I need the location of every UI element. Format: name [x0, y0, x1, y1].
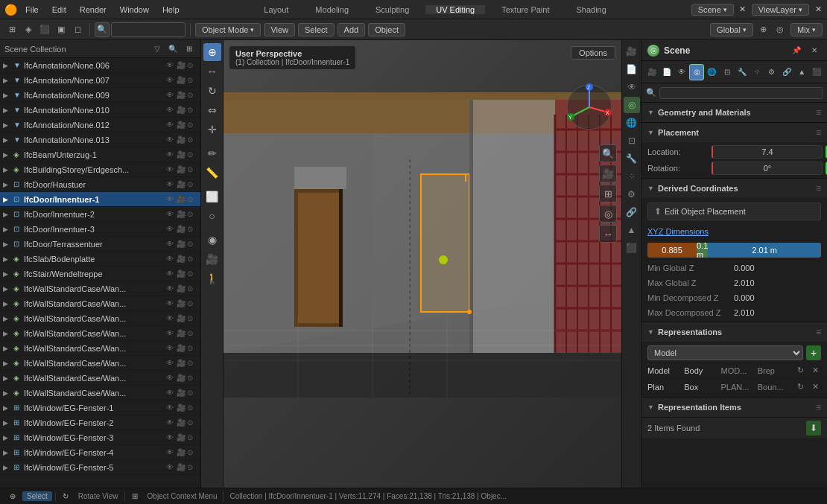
object-row-window-3[interactable]: ▶ ⊞ IfcWindow/EG-Fenster-3 👁 🎥 ⊙ — [0, 430, 200, 445]
visibility-icon[interactable]: 👁 — [166, 269, 177, 278]
object-row-annotation-012[interactable]: ▶ ▼ IfcAnnotation/None.012 👁 🎥 ⊙ — [0, 118, 200, 133]
render-icon[interactable]: 🎥 — [177, 150, 187, 159]
panel-icon-object[interactable]: ⊡ — [720, 64, 734, 80]
menu-render[interactable]: Render — [74, 4, 113, 16]
section-menu-repr-items[interactable]: ≡ — [816, 402, 821, 412]
panel-icon-material[interactable]: ⬛ — [810, 64, 824, 80]
menu-help[interactable]: Help — [156, 4, 186, 16]
object-row-wall-2[interactable]: ▶ ◈ IfcWallStandardCase/Wan... 👁 🎥 ⊙ — [0, 296, 200, 311]
object-row-window-4[interactable]: ▶ ⊞ IfcWindow/EG-Fenster-4 👁 🎥 ⊙ — [0, 445, 200, 460]
viewport[interactable]: User Perspective (1) Collection | IfcDoo… — [224, 40, 621, 488]
transform-tool[interactable]: ✛ — [203, 121, 221, 138]
status-mode[interactable]: Select — [22, 491, 52, 501]
visibility-icon[interactable]: 👁 — [166, 314, 177, 322]
edit-placement-button[interactable]: ⬆ Edit Object Placement — [647, 202, 821, 220]
toolbar-search[interactable]: 🔍 — [95, 22, 110, 37]
viewport-gizmo[interactable]: Z X Y — [563, 81, 615, 133]
filter-icon[interactable]: ⊙ — [187, 433, 197, 441]
filter-icon[interactable]: ⊙ — [187, 448, 197, 456]
repr-add-button[interactable]: + — [806, 345, 821, 360]
filter-icon[interactable]: ⊙ — [187, 255, 197, 263]
object-row-window-2[interactable]: ▶ ⊞ IfcWindow/EG-Fenster-2 👁 🎥 ⊙ — [0, 415, 200, 430]
visibility-icon[interactable]: 👁 — [166, 284, 177, 293]
panel-icon-render[interactable]: 🎥 — [644, 64, 659, 80]
repr-dropdown[interactable]: Model Plan — [647, 345, 803, 360]
view-layer-menu-icon[interactable]: ✕ — [812, 4, 824, 16]
object-row-slab[interactable]: ▶ ◈ IfcSlab/Bodenplatte 👁 🎥 ⊙ — [0, 252, 200, 267]
workspace-tab-uv-editing[interactable]: UV Editing — [425, 5, 485, 14]
measure-tool[interactable]: 📏 — [203, 164, 221, 182]
panel-pin-icon[interactable]: 📌 — [790, 44, 803, 57]
visibility-icon[interactable]: 👁 — [166, 433, 177, 441]
properties-icon-material[interactable]: ⬛ — [624, 240, 640, 256]
nav-camera[interactable]: 🎥 — [599, 165, 617, 182]
filter-icon[interactable]: ⊙ — [187, 165, 197, 173]
panel-icon-scene-active[interactable]: ◎ — [689, 64, 703, 80]
visibility-icon[interactable]: 👁 — [166, 180, 177, 188]
render-icon[interactable]: 🎥 — [177, 225, 187, 233]
menu-file[interactable]: File — [19, 4, 45, 16]
properties-icon-scene[interactable]: ◎ — [624, 97, 640, 113]
render-icon[interactable]: 🎥 — [177, 448, 187, 456]
object-row-wall-7[interactable]: ▶ ◈ IfcWallStandardCase/Wan... 👁 🎥 ⊙ — [0, 371, 200, 386]
nav-fly[interactable]: 🎥 — [203, 250, 221, 268]
filter-icon[interactable]: ⊙ — [187, 418, 197, 427]
visibility-icon[interactable]: 👁 — [166, 225, 177, 233]
object-row-annotation-010[interactable]: ▶ ▼ IfcAnnotation/None.010 👁 🎥 ⊙ — [0, 103, 200, 118]
panel-icon-view[interactable]: 👁 — [674, 64, 688, 80]
object-row-stair[interactable]: ▶ ◈ IfcStair/Wendeltreppe 👁 🎥 ⊙ — [0, 267, 200, 281]
panel-icon-physics[interactable]: ⚙ — [764, 64, 779, 80]
panel-icon-world[interactable]: 🌐 — [705, 64, 719, 80]
visibility-icon[interactable]: 👁 — [166, 76, 177, 84]
workspace-tab-shading[interactable]: Shading — [565, 5, 616, 14]
render-icon[interactable]: 🎥 — [177, 135, 187, 144]
render-icon[interactable]: 🎥 — [177, 329, 187, 337]
render-icon[interactable]: 🎥 — [177, 344, 187, 352]
render-icon[interactable]: 🎥 — [177, 240, 187, 248]
render-icon[interactable]: 🎥 — [177, 165, 187, 173]
download-button[interactable]: ⬇ — [806, 421, 821, 436]
nav-walk[interactable]: 🚶 — [203, 269, 221, 287]
outliner-filter-btn[interactable]: ⊞ — [183, 42, 196, 56]
object-row-door-innentuer-3[interactable]: ▶ ⊡ IfcDoor/Innentuer-3 👁 🎥 ⊙ — [0, 222, 200, 237]
visibility-icon[interactable]: 👁 — [166, 374, 177, 382]
render-icon[interactable]: 🎥 — [177, 418, 187, 427]
section-repr-items-header[interactable]: ▼ Representation Items ≡ — [641, 398, 827, 417]
filter-icon[interactable]: ⊙ — [187, 61, 197, 69]
panel-icon-modifier[interactable]: 🔧 — [735, 64, 749, 80]
filter-icon[interactable]: ⊙ — [187, 374, 197, 382]
object-row-wall-6[interactable]: ▶ ◈ IfcWallStandardCase/Wan... 👁 🎥 ⊙ — [0, 356, 200, 371]
object-row-wall-5[interactable]: ▶ ◈ IfcWallStandardCase/Wan... 👁 🎥 ⊙ — [0, 341, 200, 356]
rotate-tool[interactable]: ↻ — [203, 82, 221, 100]
filter-icon[interactable]: ⊙ — [187, 389, 197, 397]
filter-icon[interactable]: ⊙ — [187, 299, 197, 307]
toolbar-icon-5[interactable]: ◻ — [70, 22, 85, 37]
filter-icon[interactable]: ⊙ — [187, 344, 197, 352]
nav-3d[interactable]: ◎ — [599, 205, 617, 223]
nav-orbit[interactable]: ◉ — [203, 231, 221, 249]
render-icon[interactable]: 🎥 — [177, 195, 187, 203]
render-icon[interactable]: 🎥 — [177, 433, 187, 441]
filter-icon[interactable]: ⊙ — [187, 314, 197, 322]
visibility-icon[interactable]: 👁 — [166, 359, 177, 367]
visibility-icon[interactable]: 👁 — [166, 121, 177, 129]
visibility-icon[interactable]: 👁 — [166, 150, 177, 159]
visibility-icon[interactable]: 👁 — [166, 344, 177, 352]
scene-selector[interactable]: Scene ▾ — [691, 4, 734, 16]
visibility-icon[interactable]: 👁 — [166, 210, 177, 218]
scene-menu-icon[interactable]: ✕ — [737, 4, 749, 16]
visibility-icon[interactable]: 👁 — [166, 255, 177, 263]
render-icon[interactable]: 🎥 — [177, 359, 187, 367]
nav-zoom-in[interactable]: 🔍 — [599, 144, 617, 162]
object-row-door-haustuer[interactable]: ▶ ⊡ IfcDoor/Haustuer 👁 🎥 ⊙ — [0, 177, 200, 192]
filter-icon[interactable]: ⊙ — [187, 359, 197, 367]
filter-icon[interactable]: ⊙ — [187, 329, 197, 337]
toolbar-mode-btn[interactable]: Object Mode ▾ — [195, 23, 261, 36]
filter-icon[interactable]: ⊙ — [187, 91, 197, 99]
section-menu-geometry[interactable]: ≡ — [816, 107, 821, 118]
render-icon[interactable]: 🎥 — [177, 210, 187, 218]
properties-icon-render[interactable]: 🎥 — [624, 43, 640, 60]
object-row-wall-4[interactable]: ▶ ◈ IfcWallStandardCase/Wan... 👁 🎥 ⊙ — [0, 326, 200, 341]
toolbar-proportional-icon[interactable]: ◎ — [773, 22, 788, 37]
render-icon[interactable]: 🎥 — [177, 403, 187, 412]
